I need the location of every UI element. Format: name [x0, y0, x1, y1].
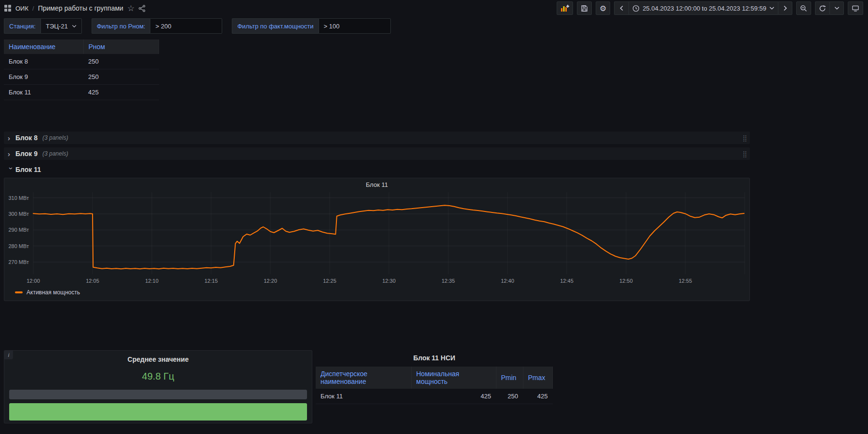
cell-block-name: Блок 9: [4, 69, 83, 85]
svg-text:12:40: 12:40: [501, 278, 514, 284]
svg-text:300 МВт: 300 МВт: [8, 211, 29, 217]
breadcrumb-folder[interactable]: ОИК: [15, 5, 28, 12]
breadcrumb-separator: /: [32, 5, 34, 12]
star-icon[interactable]: ☆: [127, 4, 134, 13]
legend-swatch: [15, 291, 23, 293]
page-title: Пример работы с группами: [38, 4, 123, 12]
share-icon[interactable]: [138, 5, 146, 12]
table-row: Блок 11 425 250 425: [316, 389, 553, 404]
svg-text:12:05: 12:05: [86, 278, 99, 284]
drag-handle-icon[interactable]: ⣿: [742, 134, 746, 142]
svg-text:12:00: 12:00: [27, 278, 40, 284]
svg-text:12:15: 12:15: [204, 278, 218, 284]
variable-power-filter: Фильтр по факт.мощности: [232, 18, 390, 34]
chevron-down-icon: [769, 6, 775, 10]
time-shift-back-button[interactable]: [614, 1, 628, 15]
svg-text:280 МВт: 280 МВт: [8, 243, 29, 249]
time-range-picker[interactable]: 25.04.2023 12:00:00 to 25.04.2023 12:59:…: [628, 1, 778, 15]
variable-station-value: ТЭЦ-21: [46, 23, 68, 30]
variable-rnom-label: Фильтр по Рном:: [92, 18, 150, 34]
refresh-dashboard-button[interactable]: [815, 1, 829, 15]
add-panel-button[interactable]: [557, 1, 573, 15]
row-title: Блок 8: [15, 134, 38, 142]
timeseries-plot[interactable]: 270 МВт280 МВт290 МВт300 МВт310 МВт12:00…: [4, 189, 748, 287]
variable-station: Станция: ТЭЦ-21: [4, 18, 82, 34]
variable-power-label: Фильтр по факт.мощности: [232, 18, 318, 34]
svg-text:12:30: 12:30: [382, 278, 396, 284]
time-shift-forward-button[interactable]: [778, 1, 792, 15]
gauge-track-bar: [9, 390, 307, 399]
table-row: Блок 8 250: [4, 54, 159, 69]
refresh-interval-dropdown[interactable]: [829, 1, 844, 15]
svg-text:12:35: 12:35: [441, 278, 455, 284]
svg-text:12:45: 12:45: [560, 278, 574, 284]
nsi-panel-title[interactable]: Блок 11 НСИ: [316, 350, 553, 367]
cell-nominal-power: 425: [411, 389, 496, 404]
svg-text:310 МВт: 310 МВт: [8, 195, 29, 201]
top-nav-bar: ОИК / Пример работы с группами ☆ ⚙ 25.04…: [0, 0, 868, 16]
chevron-right-icon: ›: [8, 150, 14, 158]
cell-block-name: Блок 8: [4, 54, 83, 69]
variable-power-input[interactable]: [319, 18, 391, 34]
variable-station-select[interactable]: ТЭЦ-21: [40, 18, 82, 34]
svg-text:12:25: 12:25: [323, 278, 336, 284]
drag-handle-icon[interactable]: ⣿: [742, 150, 746, 158]
gear-icon: ⚙: [600, 4, 606, 13]
chevron-down-icon: [834, 6, 840, 10]
clock-icon: [632, 5, 640, 12]
time-range-controls: 25.04.2023 12:00:00 to 25.04.2023 12:59:…: [614, 1, 792, 15]
table-row: Блок 11 425: [4, 85, 159, 100]
legend-item-active-power[interactable]: Активная мощность: [4, 288, 749, 296]
svg-text:12:20: 12:20: [264, 278, 277, 284]
dashboards-grid-icon[interactable]: [4, 4, 12, 12]
average-value-panel: i Среднее значение 49.8 Гц: [4, 350, 312, 423]
cell-block-rnom: 250: [83, 54, 159, 69]
time-range-text: 25.04.2023 12:00:00 to 25.04.2023 12:59:…: [642, 5, 766, 12]
blocks-table-panel: Наименование Рном Блок 8 250 Блок 9 250 …: [4, 39, 159, 100]
column-header-pmax[interactable]: Pmax: [523, 367, 553, 389]
panel-info-icon[interactable]: i: [4, 351, 13, 359]
variable-rnom-filter: Фильтр по Рном:: [92, 18, 223, 34]
row-title: Блок 9: [15, 150, 38, 158]
svg-text:12:55: 12:55: [679, 278, 692, 284]
zoom-out-time-button[interactable]: [796, 1, 811, 15]
block11-timeseries-panel: Блок 11 270 МВт280 МВт290 МВт300 МВт310 …: [4, 178, 750, 301]
row-header-block8[interactable]: › Блок 8 (3 panels) ⣿: [4, 132, 750, 144]
kiosk-mode-button[interactable]: [848, 1, 863, 15]
column-header-nominal-power[interactable]: Номинальная мощность: [411, 367, 496, 389]
chart-panel-title[interactable]: Блок 11: [4, 178, 749, 189]
block11-nsi-panel: Блок 11 НСИ Диспетчерское наименование Н…: [316, 350, 553, 423]
save-dashboard-button[interactable]: [577, 1, 592, 15]
column-header-pmin[interactable]: Pmin: [496, 367, 523, 389]
cell-block-rnom: 250: [83, 69, 159, 85]
table-row: Блок 9 250: [4, 69, 159, 85]
chevron-down-icon: ›: [7, 167, 15, 174]
svg-text:270 МВт: 270 МВт: [8, 259, 29, 265]
gauge-value-bar: [9, 403, 307, 421]
avg-value-text: 49.8 Гц: [4, 371, 312, 382]
row-title: Блок 11: [15, 166, 41, 173]
refresh-controls: [815, 1, 844, 15]
cell-pmax: 425: [523, 389, 553, 404]
dashboard-settings-button[interactable]: ⚙: [596, 1, 610, 15]
row-panel-count: (3 panels): [42, 134, 68, 141]
legend-label: Активная мощность: [27, 289, 80, 296]
svg-text:12:10: 12:10: [145, 278, 159, 284]
variable-rnom-input[interactable]: [150, 18, 222, 34]
row-panel-count: (3 panels): [42, 150, 68, 157]
variable-station-label: Станция:: [4, 18, 40, 34]
row-header-block11[interactable]: › Блок 11: [4, 163, 750, 176]
avg-panel-title[interactable]: Среднее значение: [4, 351, 312, 363]
column-header-rnom[interactable]: Рном: [83, 39, 159, 54]
column-header-name[interactable]: Наименование: [4, 39, 83, 54]
dashboard-variables-bar: Станция: ТЭЦ-21 Фильтр по Рном: Фильтр п…: [4, 18, 391, 34]
chevron-right-icon: ›: [8, 134, 14, 142]
svg-text:12:50: 12:50: [619, 278, 633, 284]
column-header-dispatch-name[interactable]: Диспетчерское наименование: [316, 367, 411, 389]
row-header-block9[interactable]: › Блок 9 (3 panels) ⣿: [4, 147, 750, 160]
svg-text:290 МВт: 290 МВт: [8, 227, 29, 233]
cell-pmin: 250: [496, 389, 523, 404]
chevron-down-icon: [72, 25, 77, 28]
cell-block-name: Блок 11: [4, 85, 83, 100]
cell-dispatch-name: Блок 11: [316, 389, 411, 404]
